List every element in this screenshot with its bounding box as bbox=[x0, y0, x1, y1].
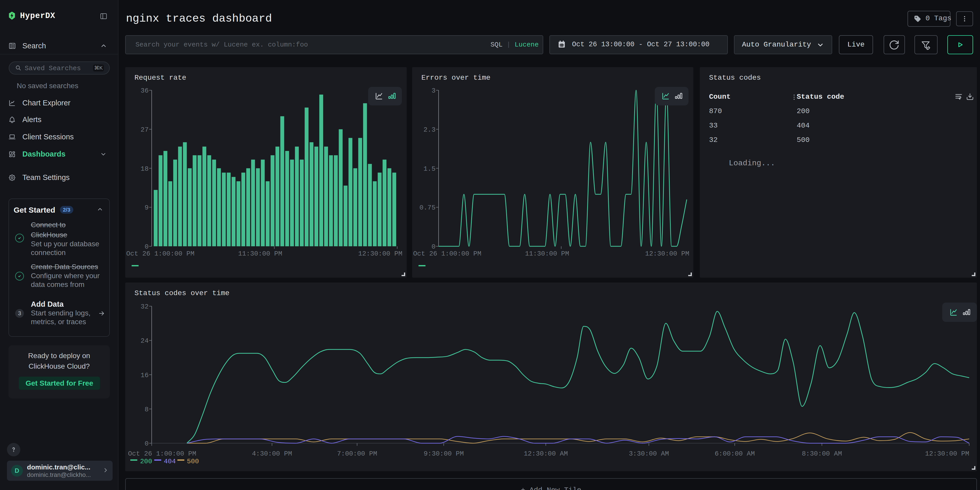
svg-text:7:00:00 PM: 7:00:00 PM bbox=[337, 450, 377, 458]
svg-text:11:30:00 PM: 11:30:00 PM bbox=[525, 250, 569, 258]
svg-text:1.5: 1.5 bbox=[423, 165, 436, 173]
svg-text:11:30:00 PM: 11:30:00 PM bbox=[238, 250, 282, 258]
svg-text:9:30:00 PM: 9:30:00 PM bbox=[424, 450, 464, 458]
svg-text:12:30:00 AM: 12:30:00 AM bbox=[524, 450, 568, 458]
svg-text:4:30:00 PM: 4:30:00 PM bbox=[252, 450, 292, 458]
svg-text:0: 0 bbox=[431, 243, 436, 251]
svg-text:2.3: 2.3 bbox=[423, 126, 436, 134]
svg-text:12:30:00 PM: 12:30:00 PM bbox=[358, 250, 402, 258]
svg-text:36: 36 bbox=[141, 87, 149, 95]
svg-text:12:30:00 PM: 12:30:00 PM bbox=[645, 250, 689, 258]
svg-text:200: 200 bbox=[140, 458, 152, 465]
svg-text:3: 3 bbox=[431, 87, 436, 95]
svg-text:8: 8 bbox=[145, 406, 149, 414]
svg-text:8:30:00 AM: 8:30:00 AM bbox=[802, 450, 842, 458]
svg-text:Oct 26 1:00:00 PM: Oct 26 1:00:00 PM bbox=[128, 450, 196, 458]
svg-text:0: 0 bbox=[145, 243, 149, 251]
svg-text:16: 16 bbox=[141, 371, 149, 379]
svg-text:Oct 26 1:00:00 PM: Oct 26 1:00:00 PM bbox=[413, 250, 481, 258]
svg-text:6:00:00 AM: 6:00:00 AM bbox=[715, 450, 755, 458]
svg-text:18: 18 bbox=[141, 165, 149, 173]
svg-text:3:30:00 AM: 3:30:00 AM bbox=[629, 450, 669, 458]
svg-text:500: 500 bbox=[187, 458, 199, 465]
svg-text:404: 404 bbox=[164, 458, 176, 465]
svg-text:Oct 26 1:00:00 PM: Oct 26 1:00:00 PM bbox=[126, 250, 194, 258]
svg-text:27: 27 bbox=[141, 126, 149, 134]
svg-text:24: 24 bbox=[141, 337, 149, 345]
svg-text:9: 9 bbox=[145, 204, 149, 212]
svg-text:0: 0 bbox=[145, 440, 149, 447]
svg-text:32: 32 bbox=[141, 303, 149, 310]
svg-text:0.75: 0.75 bbox=[420, 204, 436, 212]
svg-text:12:30:00 PM: 12:30:00 PM bbox=[925, 450, 969, 458]
